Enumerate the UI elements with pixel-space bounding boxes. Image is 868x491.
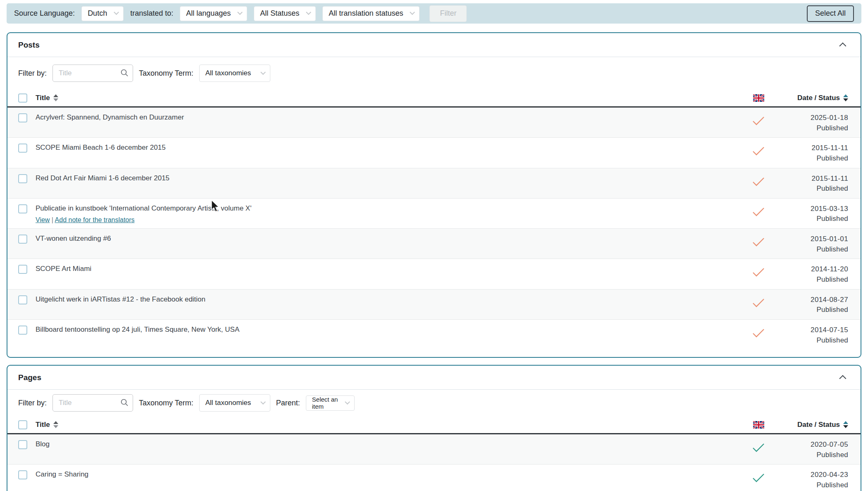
chevron-up-icon	[839, 375, 846, 382]
post-title: Uitgelicht werk in iARTistas #12 - the F…	[36, 295, 751, 304]
posts-table-body: Acrylverf: Spannend, Dynamisch en Duurza…	[7, 108, 861, 350]
pages-collapse-button[interactable]	[837, 371, 850, 384]
page-date: 2020-04-23	[765, 470, 848, 480]
posts-collapse-button[interactable]	[837, 39, 850, 51]
post-title: SCOPE Miami Beach 1-6 december 2015	[36, 143, 751, 153]
translation-status-check-icon[interactable]	[752, 116, 765, 127]
filter-button[interactable]: Filter	[429, 5, 467, 22]
pages-table-header: Title Date / Status	[7, 416, 861, 434]
language-column-header	[751, 94, 765, 102]
row-checkbox[interactable]	[18, 113, 27, 122]
post-status: Published	[765, 335, 848, 346]
translated-to-label: translated to:	[130, 9, 173, 18]
translation-status-check-icon[interactable]	[752, 177, 765, 188]
sort-icon-title[interactable]	[53, 94, 58, 101]
row-checkbox[interactable]	[18, 470, 27, 479]
post-title: Red Dot Art Fair Miami 1-6 december 2015	[36, 174, 751, 183]
posts-taxonomy-select[interactable]: All taxonomies	[199, 65, 270, 82]
row-checkbox[interactable]	[18, 326, 27, 335]
post-date: 2025-01-18	[765, 113, 848, 123]
row-checkbox[interactable]	[18, 235, 27, 244]
view-link[interactable]: View	[36, 216, 50, 223]
post-title: SCOPE Art Miami	[36, 264, 751, 274]
translation-status-check-icon[interactable]	[752, 328, 765, 340]
sort-icon-title[interactable]	[53, 421, 58, 428]
uk-flag-icon	[753, 421, 764, 429]
pages-title-filter	[52, 394, 133, 412]
source-language-value: Dutch	[88, 9, 107, 18]
row-checkbox[interactable]	[18, 144, 27, 153]
parent-select[interactable]: Select an item	[306, 395, 355, 411]
page-date: 2020-07-05	[765, 440, 848, 450]
translation-filter-bar: Source Language: Dutch translated to: Al…	[7, 3, 861, 24]
row-checkbox[interactable]	[18, 174, 27, 183]
translation-status-check-icon[interactable]	[752, 267, 765, 279]
post-status: Published	[765, 305, 848, 315]
translation-status-check-icon[interactable]	[752, 443, 765, 454]
page-status: Published	[765, 450, 848, 460]
chevron-down-icon	[114, 10, 119, 15]
search-icon	[120, 69, 129, 79]
row-checkbox[interactable]	[18, 440, 27, 449]
row-checkbox[interactable]	[18, 265, 27, 274]
post-date: 2014-08-27	[765, 295, 848, 305]
chevron-down-icon	[237, 10, 243, 15]
post-title: Billboard tentoonstelling op 24 juli, Ti…	[36, 325, 751, 335]
pages-select-all-checkbox[interactable]	[18, 420, 27, 429]
posts-taxonomy-value: All taxonomies	[205, 69, 251, 77]
chevron-down-icon	[345, 399, 350, 405]
pages-filter-row: Filter by: Taxonomy Term: All taxonomies…	[7, 390, 861, 416]
row-checkbox[interactable]	[18, 295, 27, 304]
post-date: 2014-07-15	[765, 325, 848, 335]
add-note-link[interactable]: Add note for the translators	[55, 216, 135, 223]
source-language-select[interactable]: Dutch	[81, 6, 124, 21]
filter-by-label: Filter by:	[18, 399, 47, 407]
posts-title-filter	[52, 65, 133, 82]
pages-taxonomy-value: All taxonomies	[205, 399, 251, 407]
post-date: 2015-03-13	[765, 204, 848, 214]
table-row: Acrylverf: Spannend, Dynamisch en Duurza…	[7, 108, 861, 137]
row-checkbox[interactable]	[18, 204, 27, 213]
status-select[interactable]: All Statuses	[254, 6, 316, 21]
posts-panel-header: Posts	[7, 33, 861, 57]
source-language-label: Source Language:	[14, 9, 75, 18]
status-value: All Statuses	[260, 9, 299, 18]
link-separator: |	[52, 216, 53, 223]
pages-taxonomy-select[interactable]: All taxonomies	[199, 394, 270, 412]
translation-status-check-icon[interactable]	[752, 146, 765, 158]
post-title: Acrylverf: Spannend, Dynamisch en Duurza…	[36, 113, 751, 122]
select-all-button[interactable]: Select All	[807, 5, 854, 22]
translation-status-check-icon[interactable]	[752, 237, 765, 249]
post-title: VT-wonen uitzending #6	[36, 234, 751, 244]
chevron-down-icon	[260, 399, 266, 405]
pages-date-status-column-header: Date / Status	[797, 421, 840, 429]
uk-flag-icon	[753, 94, 764, 102]
sort-icon-date-status[interactable]	[843, 421, 848, 428]
parent-label: Parent:	[276, 399, 300, 407]
posts-table-header: Title Date / Status	[7, 89, 861, 108]
table-row: SCOPE Art Miami 2014-11-20 Published	[7, 259, 861, 289]
post-status: Published	[765, 275, 848, 285]
table-row: Red Dot Art Fair Miami 1-6 december 2015…	[7, 168, 861, 198]
post-status: Published	[765, 214, 848, 224]
translation-status-select[interactable]: All translation statuses	[322, 6, 420, 21]
post-status: Published	[765, 153, 848, 164]
pages-panel-title: Pages	[18, 373, 41, 382]
posts-filter-row: Filter by: Taxonomy Term: All taxonomies	[7, 57, 861, 89]
table-row: Caring = Sharing 2020-04-23 Published	[7, 464, 861, 491]
posts-select-all-checkbox[interactable]	[18, 93, 27, 103]
translation-status-check-icon[interactable]	[752, 473, 765, 484]
posts-date-status-column-header: Date / Status	[797, 94, 840, 102]
sort-icon-date-status[interactable]	[843, 94, 848, 101]
translation-status-check-icon[interactable]	[752, 207, 765, 218]
posts-panel: Posts Filter by: Taxonomy Term: All taxo…	[7, 32, 861, 358]
filter-by-label: Filter by:	[18, 69, 47, 78]
post-status: Published	[765, 244, 848, 255]
row-actions: View | Add note for the translators	[36, 216, 751, 224]
table-row: SCOPE Miami Beach 1-6 december 2015 2015…	[7, 137, 861, 168]
translation-status-check-icon[interactable]	[752, 298, 765, 309]
post-date: 2014-11-20	[765, 264, 848, 275]
target-language-select[interactable]: All languages	[180, 6, 247, 21]
pages-table-body: Blog 2020-07-05 Published Caring = Shari…	[7, 434, 861, 491]
page-title: Caring = Sharing	[36, 470, 751, 479]
